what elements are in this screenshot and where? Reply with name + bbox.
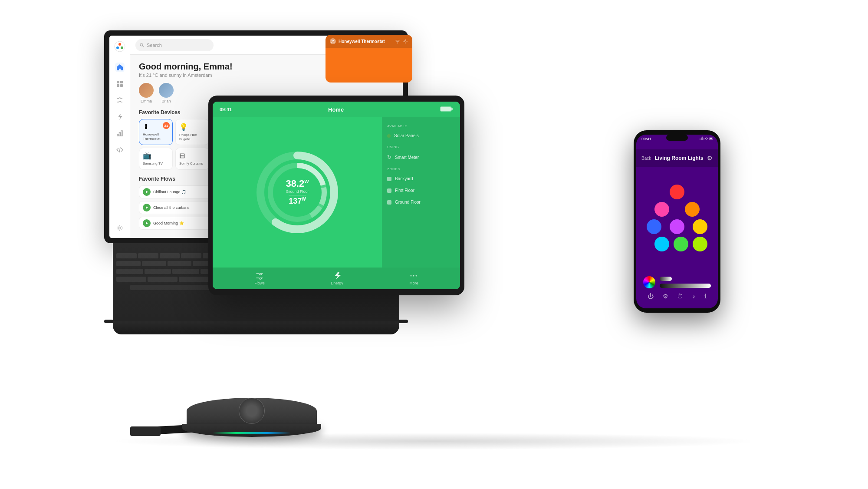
zones-label: ZONES (387, 167, 455, 171)
thermostat-close-btn[interactable] (330, 38, 336, 44)
thermostat-popup-header: Honeywell Thermostat (326, 35, 412, 48)
using-label: USING (387, 145, 455, 149)
palette-grid (647, 185, 707, 254)
tablet-frame: 09:41 Home (208, 96, 464, 295)
solar-panels-item[interactable]: Solar Panels (387, 132, 455, 140)
thermostat-badge: 21 (163, 122, 170, 129)
tablet-main: 38.2W Ground Floor 137W (213, 117, 460, 268)
energy-section: 38.2W Ground Floor 137W (213, 117, 382, 268)
phone-color-wheel-row (643, 276, 711, 288)
backyard-item[interactable]: Backyard (387, 175, 455, 183)
smart-meter-icon: ↻ (387, 154, 391, 160)
device-somfy[interactable]: ⊟ Somfy Curtains (175, 148, 209, 170)
color-orange[interactable] (685, 202, 700, 217)
avatar-emma (139, 83, 154, 98)
phone-time: 09:41 (641, 137, 651, 141)
curtain-icon: ⊟ (179, 152, 205, 160)
device-philips-hue[interactable]: 💡 Philips HueFugato (175, 119, 209, 145)
sidebar-item-insights[interactable] (115, 129, 125, 138)
device-honeywell[interactable]: 21 🌡 HoneywellThermostat (139, 119, 173, 145)
backyard-dot (387, 177, 391, 181)
user-brian-name: Brian (161, 99, 171, 103)
svg-point-25 (416, 275, 417, 277)
color-lime[interactable] (693, 237, 707, 251)
sidebar-item-energy[interactable] (115, 112, 125, 122)
phone-frame: 09:41 Back Living Room Lights (634, 130, 720, 313)
solar-dot (387, 134, 391, 138)
available-label: AVAILABLE (387, 124, 455, 128)
power-icon[interactable]: ⏻ (648, 293, 654, 300)
smart-meter-item[interactable]: ↻ Smart Meter (387, 152, 455, 162)
gear-icon (403, 39, 408, 44)
wifi-icon (395, 39, 400, 44)
color-green[interactable] (674, 237, 688, 251)
color-yellow[interactable] (693, 219, 707, 234)
tablet-wrapper: 09:41 Home (208, 96, 464, 295)
color-wheel[interactable] (643, 276, 655, 288)
tablet-nav-energy[interactable]: Energy (331, 271, 343, 285)
ground-floor-item[interactable]: Ground Floor (387, 198, 455, 206)
hub-led-strip (213, 432, 291, 434)
search-icon (140, 43, 144, 47)
scene: Search (0, 0, 868, 489)
flow-play-btn[interactable] (143, 188, 151, 196)
search-bar[interactable]: Search (135, 39, 214, 51)
phone-controls-row: ⏻ ⚙ ⏱ ♪ ℹ (643, 293, 711, 300)
flow-chillout-name: Chillout Lounge 🎵 (153, 190, 186, 194)
svg-point-13 (404, 40, 406, 42)
phone-back-button[interactable]: Back (641, 156, 651, 161)
tablet-battery (440, 106, 453, 112)
device-samsung-tv[interactable]: 📺 Samsung TV (139, 148, 173, 170)
color-cyan[interactable] (654, 237, 669, 251)
hub-base-ring (182, 424, 321, 437)
sidebar-item-devices[interactable] (115, 79, 125, 89)
tablet-topbar: 09:41 Home (213, 102, 460, 117)
user-brian: Brian (159, 83, 174, 103)
svg-rect-6 (117, 84, 119, 87)
brightness-slider[interactable] (660, 277, 672, 281)
hub-top-surface (187, 398, 317, 424)
homey-logo (114, 41, 125, 52)
play-icon-3 (145, 206, 148, 209)
hub-wrapper (187, 398, 321, 437)
sidebar-item-home[interactable] (115, 63, 125, 72)
tablet-energy-label: Energy (331, 281, 343, 285)
svg-point-26 (706, 139, 707, 140)
first-floor-dot (387, 188, 391, 193)
play-icon (145, 190, 148, 194)
curtain-name: Somfy Curtains (179, 162, 205, 166)
solar-label: Solar Panels (394, 133, 419, 138)
sidebar-item-developer[interactable] (115, 145, 125, 155)
color-palette (636, 167, 718, 272)
info-icon[interactable]: ℹ (704, 293, 707, 300)
color-pink[interactable] (654, 202, 669, 217)
phone-settings-button[interactable]: ⚙ (707, 155, 713, 162)
first-floor-item[interactable]: First Floor (387, 186, 455, 195)
thermostat-popup-title: Honeywell Thermostat (339, 39, 392, 44)
svg-rect-9 (119, 132, 120, 136)
svg-rect-10 (121, 131, 122, 136)
thermostat-popup[interactable]: Honeywell Thermostat (326, 35, 412, 83)
tablet-nav-more[interactable]: More (409, 271, 418, 285)
flow-morning-play[interactable] (143, 219, 151, 227)
avatar-brian (159, 83, 174, 98)
timer-icon[interactable]: ⏱ (677, 293, 683, 300)
color-blue[interactable] (647, 219, 661, 234)
tablet-home-title: Home (232, 106, 440, 113)
white-slider[interactable] (660, 284, 711, 288)
flow-curtains-name: Close all the curtains (153, 205, 190, 210)
energy-floor-label: Ground Floor (286, 189, 309, 194)
sidebar-settings[interactable] (115, 223, 125, 233)
tv-name: Samsung TV (143, 162, 169, 166)
settings-icon-2[interactable]: ⚙ (663, 293, 668, 300)
tablet-nav-flows[interactable]: Flows (254, 271, 265, 285)
sidebar-item-flows[interactable] (115, 96, 125, 105)
energy-sub-value: 137W (286, 197, 309, 206)
hue-name: Philips HueFugato (179, 133, 205, 141)
color-red[interactable] (670, 185, 684, 199)
music-icon[interactable]: ♪ (692, 293, 695, 300)
color-magenta[interactable] (670, 219, 684, 234)
svg-point-2 (116, 46, 119, 49)
flow-curtains-play[interactable] (143, 204, 151, 211)
play-icon-5 (145, 221, 148, 225)
